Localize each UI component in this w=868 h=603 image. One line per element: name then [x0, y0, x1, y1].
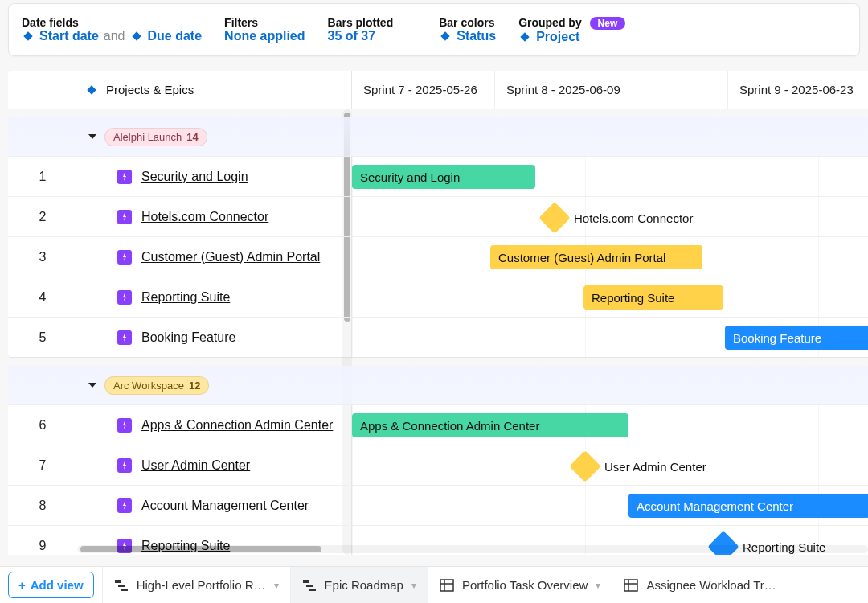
- add-view-label: Add view: [31, 578, 84, 592]
- table-icon: [440, 578, 454, 593]
- epic-link[interactable]: Reporting Suite: [141, 290, 230, 305]
- epic-row: 1 Security and LoginSecurity and Login: [8, 156, 868, 196]
- horizontal-scrollbar[interactable]: [77, 545, 868, 553]
- timeline-track[interactable]: Apps & Connection Admin Center: [352, 405, 868, 445]
- epic-icon: [117, 210, 132, 224]
- bar-colors-label: Bar colors: [439, 16, 496, 29]
- add-view-button[interactable]: + Add view: [8, 572, 94, 598]
- svg-rect-3: [520, 32, 529, 41]
- svg-rect-6: [118, 585, 125, 587]
- milestone[interactable]: Hotels.com Connector: [543, 207, 693, 229]
- start-date-value: Start date: [39, 29, 99, 43]
- timeline-track[interactable]: Reporting Suite: [352, 277, 868, 317]
- timeline-track[interactable]: Hotels.com Connector: [352, 197, 868, 236]
- epic-icon: [117, 330, 132, 345]
- column-header-row: Projects & Epics Sprint 7 - 2025-05-26Sp…: [8, 71, 868, 109]
- svg-rect-0: [23, 31, 32, 40]
- left-header-title: Projects & Epics: [106, 83, 194, 96]
- epic-link[interactable]: Apps & Connection Admin Center: [141, 418, 333, 433]
- row-name-cell[interactable]: User Admin Center: [77, 445, 352, 485]
- bar-colors-control[interactable]: Bar colors Status: [439, 4, 496, 55]
- caret-down-icon[interactable]: ▾: [596, 580, 600, 591]
- caret-down-icon[interactable]: ▾: [274, 580, 279, 591]
- bars-plotted-control[interactable]: Bars plotted 35 of 37: [328, 4, 394, 55]
- left-column-header: Projects & Epics: [8, 71, 352, 109]
- timeline-track[interactable]: User Admin Center: [352, 445, 868, 485]
- epic-row: 7 User Admin Center User Admin Center: [8, 445, 868, 485]
- milestone[interactable]: User Admin Center: [574, 455, 706, 478]
- epic-link[interactable]: User Admin Center: [141, 458, 250, 473]
- epic-link[interactable]: Hotels.com Connector: [141, 210, 268, 224]
- gantt-bar[interactable]: Account Management Center: [628, 494, 868, 518]
- group-header[interactable]: Alelphi Launch 14: [8, 117, 868, 156]
- epic-icon: [117, 250, 132, 265]
- project-chip[interactable]: Arc Workspace 12: [104, 376, 209, 395]
- filters-control[interactable]: Filters None applied: [224, 4, 305, 55]
- date-fields-label: Date fields: [22, 16, 202, 29]
- row-name-cell[interactable]: Apps & Connection Admin Center: [77, 405, 352, 445]
- row-name-cell[interactable]: Security and Login: [77, 157, 352, 196]
- table-icon: [624, 578, 638, 593]
- view-tab[interactable]: High-Level Portfolio R…▾: [102, 567, 290, 603]
- epic-icon: [117, 498, 132, 513]
- gantt-bar[interactable]: Reporting Suite: [583, 285, 723, 310]
- diamond-icon: [130, 30, 143, 43]
- timeline-track[interactable]: Booking Feature: [352, 318, 868, 357]
- row-number: 8: [8, 486, 77, 525]
- epic-icon: [117, 290, 132, 305]
- milestone-label: Hotels.com Connector: [574, 211, 693, 225]
- svg-rect-11: [440, 580, 453, 591]
- row-number: 5: [8, 318, 77, 357]
- sprints-header: Sprint 7 - 2025-05-26Sprint 8 - 2025-06-…: [352, 71, 868, 109]
- bars-plotted-value: 35 of 37: [328, 29, 394, 43]
- gantt-icon: [302, 578, 317, 593]
- epic-row: 4 Reporting SuiteReporting Suite: [8, 277, 868, 317]
- view-tab[interactable]: Portfolio Task Overview▾: [428, 567, 612, 603]
- view-tab-label: Assignee Workload Tr…: [646, 578, 776, 592]
- project-count: 12: [189, 379, 200, 392]
- svg-rect-5: [115, 580, 121, 583]
- row-name-cell[interactable]: Account Management Center: [77, 486, 352, 525]
- epic-link[interactable]: Account Management Center: [141, 498, 309, 513]
- epic-row: 8 Account Management CenterAccount Manag…: [8, 485, 868, 525]
- grouped-by-value: Project: [536, 30, 579, 44]
- timeline-track[interactable]: Security and Login: [352, 157, 868, 196]
- project-name: Alelphi Launch: [113, 131, 182, 143]
- date-fields-control[interactable]: Date fields Start date and Due date: [22, 4, 202, 55]
- view-tab[interactable]: Assignee Workload Tr…: [612, 567, 787, 603]
- gantt-icon: [114, 578, 129, 593]
- row-name-cell[interactable]: Customer (Guest) Admin Portal: [77, 237, 352, 277]
- gantt-bar[interactable]: Security and Login: [352, 165, 535, 189]
- svg-rect-7: [121, 589, 128, 591]
- epic-row: 2 Hotels.com Connector Hotels.com Connec…: [8, 196, 868, 236]
- epic-icon: [117, 170, 132, 184]
- diamond-icon: [439, 30, 452, 43]
- bar-colors-value: Status: [457, 29, 496, 43]
- group-header[interactable]: Arc Workspace 12: [8, 366, 868, 404]
- epic-link[interactable]: Customer (Guest) Admin Portal: [141, 250, 320, 265]
- gantt-bar[interactable]: Apps & Connection Admin Center: [352, 413, 628, 437]
- bars-plotted-label: Bars plotted: [328, 16, 394, 29]
- grouped-by-control[interactable]: Grouped by New Project: [518, 4, 625, 55]
- epic-row: 3 Customer (Guest) Admin PortalCustomer …: [8, 236, 868, 277]
- gantt-bar[interactable]: Booking Feature: [725, 326, 868, 350]
- view-controls-bar: Date fields Start date and Due date Filt…: [8, 3, 860, 56]
- timeline-track[interactable]: Customer (Guest) Admin Portal: [352, 237, 868, 277]
- caret-down-icon[interactable]: ▾: [411, 580, 416, 591]
- svg-rect-2: [441, 31, 450, 40]
- gantt-bar[interactable]: Customer (Guest) Admin Portal: [490, 245, 702, 269]
- epic-link[interactable]: Security and Login: [141, 170, 248, 184]
- diamond-icon: [85, 84, 98, 96]
- row-number: 2: [8, 197, 77, 236]
- row-name-cell[interactable]: Hotels.com Connector: [77, 197, 352, 236]
- epic-link[interactable]: Booking Feature: [141, 330, 235, 345]
- view-tab[interactable]: Epic Roadmap▾: [290, 567, 428, 603]
- row-name-cell[interactable]: Booking Feature: [77, 318, 352, 357]
- timeline-track[interactable]: Account Management Center: [352, 486, 868, 525]
- view-tab-label: Portfolio Task Overview: [462, 578, 588, 592]
- svg-rect-9: [306, 585, 313, 587]
- row-name-cell[interactable]: Reporting Suite: [77, 277, 352, 317]
- diamond-icon: [22, 30, 35, 43]
- svg-rect-4: [87, 85, 96, 94]
- project-chip[interactable]: Alelphi Launch 14: [104, 128, 207, 146]
